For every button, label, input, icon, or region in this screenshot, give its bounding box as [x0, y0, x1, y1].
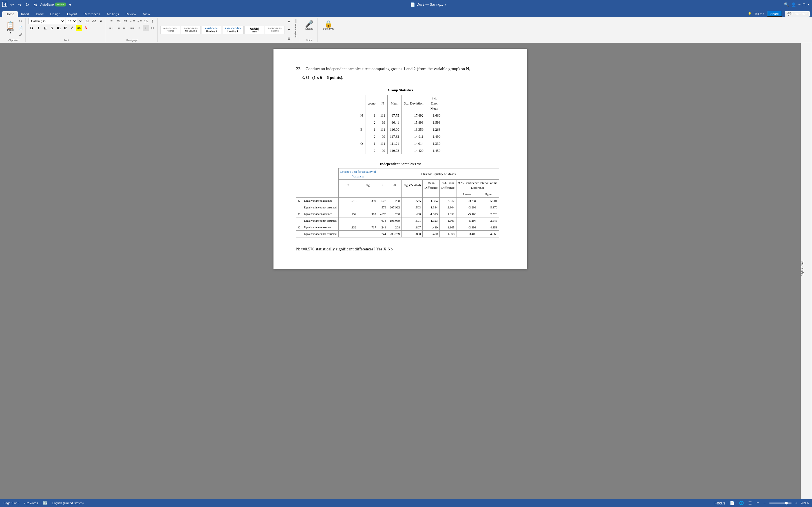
style-title[interactable]: AaBb( Title [245, 25, 264, 34]
minimize-button[interactable]: − [798, 2, 801, 7]
style-normal[interactable]: AaBbCcDdEe Normal [160, 25, 180, 34]
ind-col-sig: Sig. [358, 180, 378, 191]
search-icon[interactable]: 🔍 [784, 2, 789, 7]
language: English (United States) [52, 501, 84, 505]
sensitivity-label: Sensitivity [323, 27, 335, 30]
align-right-button[interactable]: ≡→ [122, 25, 129, 31]
subscript-button[interactable]: X₂ [56, 25, 62, 31]
draft-button[interactable]: ≡ [755, 500, 760, 506]
gs-mean-e2: 117.32 [388, 133, 402, 140]
tab-mailings[interactable]: Mailings [103, 11, 122, 17]
justify-button[interactable]: ≡≡ [129, 25, 135, 31]
spell-check-icon[interactable]: 🔤 [43, 501, 47, 505]
tell-me-text[interactable]: Tell me [755, 12, 764, 15]
page-info: Page 5 of 5 [3, 501, 19, 505]
para-row1: ≡• ≡1 ≡↕ ←≡ →≡ ↕A ¶ [109, 18, 156, 24]
gs-se-o1: 1.330 [426, 140, 443, 147]
style-heading1[interactable]: AaBbCcDc Heading 1 [202, 25, 221, 34]
autosave-toggle[interactable]: Home [55, 3, 66, 6]
decrease-font-button[interactable]: A↓ [84, 18, 91, 24]
zoom-out-button[interactable]: − [762, 500, 767, 506]
tab-insert[interactable]: Insert [18, 11, 33, 17]
increase-font-button[interactable]: A↑ [78, 18, 84, 24]
ind-sig2-o1: .807 [402, 224, 423, 231]
tab-layout[interactable]: Layout [64, 11, 80, 17]
ribbon-clipboard-row: 📋 Paste ▾ ✂ 📄 🖌 [4, 18, 24, 38]
font-size-selector[interactable]: 11 [66, 18, 77, 24]
web-layout-button[interactable]: 🌐 [738, 500, 745, 506]
print-layout-button[interactable]: 📄 [728, 500, 735, 506]
tab-references[interactable]: References [80, 11, 104, 17]
style-subtitle[interactable]: AaBbCcDdEe Subtitle [265, 25, 285, 34]
print-button[interactable]: 🖨 [32, 1, 39, 8]
undo-button[interactable]: ↩ [9, 1, 15, 8]
increase-indent-button[interactable]: →≡ [136, 18, 142, 24]
ind-f-n2 [338, 204, 358, 211]
zoom-slider[interactable] [769, 503, 792, 504]
decrease-indent-button[interactable]: ←≡ [129, 18, 135, 24]
change-case-button[interactable]: Aa [91, 18, 97, 24]
gs-group-1-1: 1 [365, 112, 378, 119]
outline-button[interactable]: ☰ [747, 500, 753, 506]
customize-button[interactable]: ▾ [68, 1, 72, 8]
tab-design[interactable]: Design [47, 11, 64, 17]
ind-table-scroll[interactable]: Levene's Test for Equality ofVariances t… [296, 168, 505, 237]
styles-scroll-down[interactable]: ▼ [286, 27, 292, 33]
zoom-in-button[interactable]: + [794, 500, 799, 506]
underline-button[interactable]: U [42, 25, 48, 31]
gs-se-1: 1.660 [426, 112, 443, 119]
bullets-button[interactable]: ≡• [109, 18, 115, 24]
bold-button[interactable]: B [29, 25, 35, 31]
styles-scroll-up[interactable]: ▲ [286, 18, 292, 24]
paste-button[interactable]: 📋 Paste ▾ [4, 20, 17, 35]
tab-review[interactable]: Review [122, 11, 140, 17]
font-color-button[interactable]: A [83, 25, 89, 31]
borders-button[interactable]: □ [149, 25, 156, 31]
ind-lower-o2: -3.400 [456, 231, 478, 237]
multilevel-button[interactable]: ≡↕ [122, 18, 129, 24]
sensitivity-button[interactable]: 🔒 Sensitivity [320, 18, 337, 33]
show-formatting-button[interactable]: ¶ [149, 18, 156, 24]
ind-col-sig2: Sig. (2-tailed) [402, 180, 423, 191]
comments-button[interactable]: 💬 Comments [785, 11, 810, 17]
styles-pane[interactable]: Styles Pane [801, 43, 812, 499]
italic-button[interactable]: I [35, 25, 42, 31]
copy-button[interactable]: 📄 [17, 25, 24, 31]
maximize-button[interactable]: □ [803, 2, 805, 7]
tab-draw[interactable]: Draw [33, 11, 47, 17]
gs-mean-e1: 116.00 [388, 126, 402, 133]
styles-pane-button[interactable]: Ⅱ Styles Pane [293, 18, 298, 42]
text-highlight-button[interactable]: ab [76, 25, 82, 31]
numbering-button[interactable]: ≡1 [116, 18, 122, 24]
sort-button[interactable]: ↕A [143, 18, 149, 24]
align-center-button[interactable]: ≡ [116, 25, 122, 31]
text-effects-button[interactable]: A [69, 25, 75, 31]
align-left-button[interactable]: ≡← [109, 25, 115, 31]
focus-button[interactable]: Focus [713, 500, 726, 506]
title-bar-center: 📄 Doc2 — Saving... ▾ [76, 2, 781, 7]
refresh-button[interactable]: ↻ [24, 1, 30, 8]
close-button[interactable]: × [808, 2, 810, 7]
redo-button[interactable]: ↪ [17, 1, 22, 8]
ind-df-e2: 198.089 [388, 217, 402, 224]
strikethrough-button[interactable]: S [49, 25, 55, 31]
font-family-selector[interactable]: Calibri (Bo... [29, 18, 65, 24]
tab-home[interactable]: Home [2, 11, 18, 17]
line-spacing-button[interactable]: ↕ [136, 25, 142, 31]
profile-icon[interactable]: 👤 [791, 2, 796, 7]
gs-group-e-1: 1 [365, 126, 378, 133]
tab-view[interactable]: View [140, 11, 153, 17]
format-painter-button[interactable]: 🖌 [17, 32, 24, 38]
document-area[interactable]: 22. Conduct an independent samples t tes… [0, 43, 801, 499]
cut-button[interactable]: ✂ [17, 18, 24, 24]
style-heading2[interactable]: AaBbCcDdEe Heading 2 [222, 25, 244, 34]
styles-more[interactable]: ⊕ [286, 36, 292, 42]
share-button[interactable]: Share [767, 11, 782, 17]
superscript-button[interactable]: X² [62, 25, 68, 31]
shading-button[interactable]: ▪ [143, 25, 149, 31]
clear-formatting-button[interactable]: ✗ [98, 18, 104, 24]
dictate-button[interactable]: 🎤 Dictate [303, 18, 316, 33]
style-no-spacing[interactable]: AaBbCcDdEe No Spacing [181, 25, 201, 34]
gs-var-n2 [358, 119, 365, 126]
styles-pane-label: Styles Pane [294, 24, 297, 38]
